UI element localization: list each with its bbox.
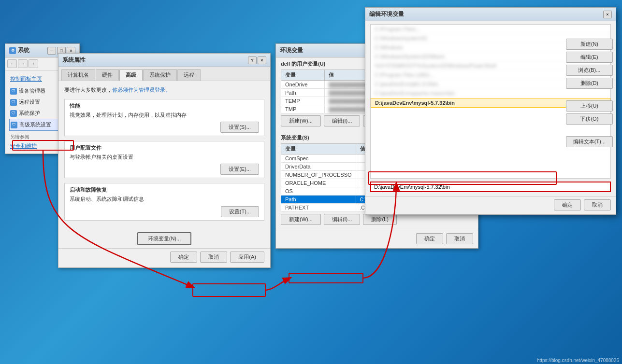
userprofile-desc: 与登录帐户相关的桌面设置	[70, 154, 259, 161]
userprofile-section: 用户配置文件 与登录帐户相关的桌面设置 设置(E)...	[64, 141, 264, 178]
user-var-temp: TEMP	[281, 97, 325, 105]
editenv-edittext-btn[interactable]: 编辑文本(T)...	[566, 136, 613, 147]
startup-title: 启动和故障恢复	[70, 186, 259, 194]
sys-new-btn[interactable]: 新建(W)...	[281, 214, 321, 225]
sysprop-content: 要进行大多数更改，你必须作为管理员登录。 性能 视觉效果，处理器计划，内存使用，…	[58, 81, 270, 230]
performance-btn-row: 设置(S)...	[70, 122, 259, 133]
sysprop-tabs: 计算机名 硬件 高级 系统保护 远程	[58, 67, 270, 81]
system-title: 系统	[18, 46, 29, 55]
list-item[interactable]: C:\Program Files\...	[371, 25, 610, 34]
user-col-var: 变量	[281, 70, 325, 81]
sys-var-nop: NUMBER_OF_PROCESSO	[281, 171, 356, 179]
envvar-footer: 确定 取消	[276, 230, 478, 248]
performance-settings-btn[interactable]: 设置(S)...	[220, 122, 259, 133]
editenv-footer: 确定 取消	[365, 196, 616, 214]
shield-icon-2: 🛡	[10, 99, 17, 106]
startup-btn-row: 设置(T)...	[70, 206, 259, 217]
envvar-ok-btn[interactable]: 确定	[416, 233, 443, 244]
user-edit-btn[interactable]: 编辑(I)...	[324, 115, 361, 126]
performance-title: 性能	[70, 102, 259, 110]
tab-computername[interactable]: 计算机名	[61, 69, 95, 81]
sysprop-help-btn[interactable]: ?	[248, 56, 257, 64]
shield-icon-3: 🛡	[10, 110, 17, 117]
sys-var-oracle: ORACLE_HOME	[281, 179, 356, 187]
user-var-onedrive: OneDrive	[281, 81, 325, 89]
sysprop-window: 系统属性 ? × 计算机名 硬件 高级 系统保护 远程 要进行大多数更改，你必须…	[58, 53, 271, 268]
userprofile-title: 用户配置文件	[70, 144, 259, 152]
user-var-tmp: TMP	[281, 105, 325, 113]
tab-advanced[interactable]: 高级	[119, 69, 143, 81]
envvar-title: 环境变量	[280, 46, 303, 55]
up-btn[interactable]: ↑	[29, 59, 38, 68]
editenv-body: C:\Program Files\... C:\Windows\system32…	[365, 21, 616, 194]
env-btn-container: 环境变量(N)...	[58, 230, 270, 248]
sys-var-pathext: PATHEXT	[281, 204, 356, 212]
editenv-cancel-btn[interactable]: 取消	[584, 199, 611, 210]
sysprop-titlebar: 系统属性 ? ×	[58, 54, 270, 67]
back-btn[interactable]: ←	[7, 59, 17, 68]
editenv-input-field[interactable]	[370, 182, 611, 192]
sys-var-os: OS	[281, 187, 356, 196]
sys-var-comspec: ComSpec	[281, 154, 356, 163]
forward-btn[interactable]: →	[18, 59, 28, 68]
annotation-box-path	[289, 273, 363, 283]
editenv-ok-btn[interactable]: 确定	[554, 199, 581, 210]
desktop: ⚙ 系统 ─ □ × ← → ↑ 控制面板主页 🛡 设备管理器 🛡 远程设置	[0, 0, 622, 364]
admin-link[interactable]: 你必须作为管理员登录。	[112, 87, 171, 93]
tab-sysprotect[interactable]: 系统保护	[143, 69, 177, 81]
sysprop-cancel-btn[interactable]: 取消	[200, 252, 227, 263]
editenv-close-btn[interactable]: ×	[603, 11, 612, 18]
editenv-movedown-btn[interactable]: 下移(O)	[566, 113, 613, 125]
tab-remote[interactable]: 远程	[177, 69, 201, 81]
sysprop-titlebar-btns: ? ×	[248, 56, 266, 64]
envvar-cancel-btn[interactable]: 取消	[446, 233, 473, 244]
sys-delete-btn[interactable]: 删除(L)	[363, 214, 396, 225]
user-var-path: Path	[281, 89, 325, 97]
performance-section: 性能 视觉效果，处理器计划，内存使用，以及虚拟内存 设置(S)...	[64, 99, 264, 136]
env-variables-btn[interactable]: 环境变量(N)...	[137, 232, 191, 245]
sys-edit-btn[interactable]: 编辑(I)...	[324, 214, 361, 225]
userprofile-btn-row: 设置(E)...	[70, 164, 259, 175]
watermark: https://blog.csdn.net/weixin_47088026	[537, 358, 619, 363]
editenv-title: 编辑环境变量	[369, 10, 404, 18]
editenv-titlebar-btns: ×	[603, 11, 612, 18]
shield-icon-1: 🛡	[10, 88, 17, 95]
sysprop-footer: 确定 取消 应用(A)	[58, 248, 270, 267]
system-icon: ⚙	[9, 47, 16, 54]
shield-icon-4: 🛡	[11, 122, 17, 128]
sysprop-apply-btn[interactable]: 应用(A)	[230, 252, 264, 263]
editenv-input-row	[370, 182, 611, 192]
editenv-edit-btn[interactable]: 编辑(E)	[566, 52, 613, 63]
sysprop-ok-btn[interactable]: 确定	[170, 252, 197, 263]
warning-text: 要进行大多数更改，你必须作为管理员登录。	[64, 86, 264, 94]
startup-section: 启动和故障恢复 系统启动、系统故障和调试信息 设置(T)...	[64, 183, 264, 220]
editenv-btn-col: 新建(N) 编辑(E) 浏览(B)... 删除(D) 上移(U) 下移(O) 编…	[563, 36, 616, 150]
userprofile-settings-btn[interactable]: 设置(E)...	[220, 164, 259, 175]
editenv-browse-btn[interactable]: 浏览(B)...	[566, 65, 613, 76]
annotation-box-envbtn	[192, 283, 266, 297]
sys-var-path: Path	[281, 196, 356, 204]
performance-desc: 视觉效果，处理器计划，内存使用，以及虚拟内存	[70, 112, 259, 119]
editenv-moveup-btn[interactable]: 上移(U)	[566, 100, 613, 112]
editenv-window: 编辑环境变量 × C:\Program Files\... C:\Windows…	[365, 7, 616, 215]
tab-hardware[interactable]: 硬件	[96, 69, 119, 81]
editenv-delete-btn[interactable]: 删除(D)	[566, 78, 613, 89]
editenv-titlebar: 编辑环境变量 ×	[365, 8, 616, 21]
sys-col-var: 变量	[281, 144, 356, 154]
sysprop-title: 系统属性	[62, 56, 86, 64]
sys-var-driverdata: DriverData	[281, 163, 356, 171]
minimize-btn[interactable]: ─	[47, 47, 56, 55]
editenv-new-btn[interactable]: 新建(N)	[566, 39, 613, 50]
user-new-btn[interactable]: 新建(W)...	[281, 115, 321, 126]
startup-settings-btn[interactable]: 设置(T)...	[221, 206, 259, 217]
sysprop-close-btn[interactable]: ×	[258, 56, 266, 64]
startup-desc: 系统启动、系统故障和调试信息	[70, 196, 259, 203]
